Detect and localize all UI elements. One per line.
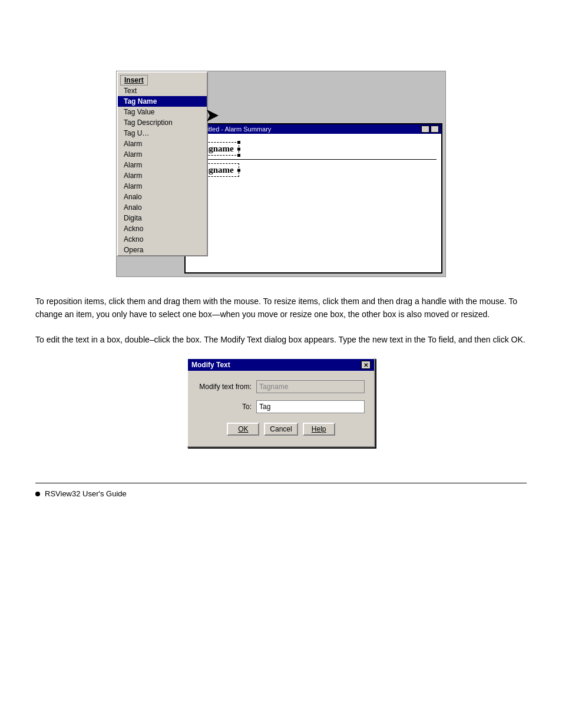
dialog-area: Modify Text ✕ Modify text from: To: OK C… (35, 358, 527, 447)
insert-menu[interactable]: Insert Text Tag Name Tag Value Tag Descr… (117, 71, 208, 256)
dialog-to-label: To: (197, 403, 256, 411)
footer-text: RSView32 User's Guide (45, 489, 127, 498)
svg-marker-0 (207, 110, 219, 121)
menu-arrow (204, 107, 222, 126)
alarm-summary-window[interactable]: 📋 Untitled - Alarm Summary _ □ (184, 123, 442, 274)
dialog-title: Modify Text (191, 361, 230, 369)
tagname-row-1: Tagname (188, 141, 439, 157)
dialog-close-button[interactable]: ✕ (361, 361, 371, 369)
menu-item-tagu[interactable]: Tag U… (118, 128, 207, 139)
dialog-from-label: Modify text from: (197, 383, 256, 391)
menu-item-alarm1[interactable]: Alarm (118, 139, 207, 149)
handle-br-1 (237, 154, 240, 157)
menu-item-analo2[interactable]: Analo (118, 202, 207, 213)
menu-item-alarm5[interactable]: Alarm (118, 181, 207, 192)
handle-tr-1 (237, 141, 240, 144)
footer: RSView32 User's Guide (35, 483, 527, 498)
screenshot-wrapper: Insert Text Tag Name Tag Value Tag Descr… (116, 71, 446, 277)
dialog-ok-button[interactable]: OK (227, 423, 259, 436)
menu-item-ackno1[interactable]: Ackno (118, 223, 207, 234)
menu-item-analo1[interactable]: Analo (118, 192, 207, 202)
dialog-titlebar: Modify Text ✕ (188, 359, 374, 371)
menu-item-text[interactable]: Text (118, 85, 207, 96)
alarm-titlebar: 📋 Untitled - Alarm Summary _ □ (186, 124, 441, 134)
body-paragraph-1: To reposition items, click them and drag… (35, 295, 527, 321)
alarm-content: Tagname Tagname (186, 134, 441, 270)
handle-r-1 (237, 147, 240, 150)
alarm-divider (190, 159, 437, 160)
alarm-titlebar-buttons: _ □ (421, 126, 439, 133)
menu-item-tagname[interactable]: Tag Name (118, 96, 207, 107)
dialog-body: Modify text from: To: OK Cancel Help (188, 371, 374, 446)
dialog-cancel-button[interactable]: Cancel (264, 423, 297, 436)
dialog-from-row: Modify text from: (197, 380, 365, 393)
menu-item-digita[interactable]: Digita (118, 213, 207, 223)
menu-item-tagvalue[interactable]: Tag Value (118, 107, 207, 117)
screenshot-area: Insert Text Tag Name Tag Value Tag Descr… (35, 71, 527, 277)
dialog-buttons: OK Cancel Help (197, 420, 365, 440)
menu-item-opera[interactable]: Opera (118, 245, 207, 255)
handle-r-2 (237, 169, 240, 172)
menu-item-alarm4[interactable]: Alarm (118, 170, 207, 181)
maximize-button[interactable]: □ (431, 126, 439, 133)
menu-item-ackno2[interactable]: Ackno (118, 234, 207, 245)
minimize-button[interactable]: _ (421, 126, 429, 133)
tagname-row-2: Tagname (188, 162, 439, 178)
body-paragraph-2: To edit the text in a box, double–click … (35, 333, 527, 346)
dialog-to-input[interactable] (256, 400, 365, 413)
menu-item-alarm2[interactable]: Alarm (118, 149, 207, 160)
footer-bullet (35, 492, 40, 496)
dialog-help-button[interactable]: Help (303, 423, 335, 436)
menu-item-tagdesc[interactable]: Tag Description (118, 117, 207, 128)
menu-item-alarm3[interactable]: Alarm (118, 160, 207, 170)
insert-menu-title[interactable]: Insert (120, 75, 148, 85)
alarm-window-title: Untitled - Alarm Summary (197, 126, 271, 133)
modify-text-dialog[interactable]: Modify Text ✕ Modify text from: To: OK C… (187, 358, 375, 447)
dialog-from-input[interactable] (256, 380, 365, 393)
dialog-to-row: To: (197, 400, 365, 413)
